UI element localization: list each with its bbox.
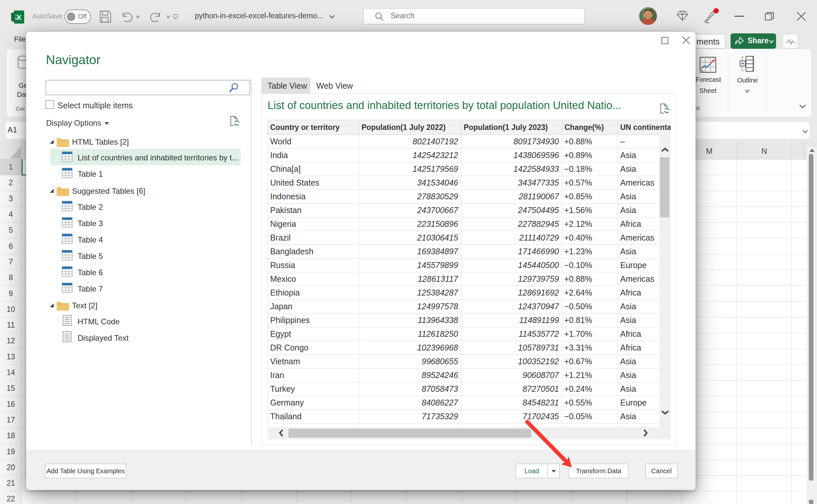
svg-text:X: X — [17, 13, 22, 22]
